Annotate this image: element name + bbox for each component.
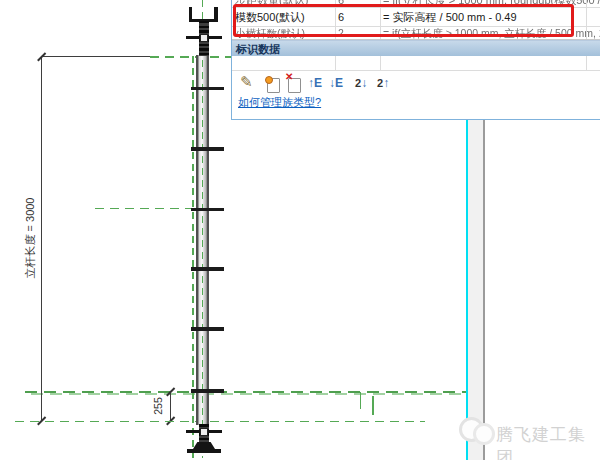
sort-arrow: ↑ (383, 76, 389, 90)
rosette-connector (191, 147, 224, 151)
dimension-label-offset[interactable]: 255 (152, 361, 166, 451)
move-down-icon[interactable]: ↓E (329, 76, 343, 90)
new-badge-icon (265, 76, 273, 84)
edit-pencil-icon[interactable]: ✎ (240, 73, 253, 91)
reference-plane-end-tick (360, 392, 362, 409)
sort-ascending-icon[interactable]: 2↓ (355, 76, 367, 90)
column-divider (586, 0, 587, 39)
identity-data-header[interactable]: 标识数据 (232, 40, 600, 57)
reference-plane-top[interactable] (150, 56, 231, 58)
rosette-connector (191, 389, 224, 393)
base-plate (187, 449, 221, 453)
watermark-text: 腾飞建工集团 (496, 423, 600, 460)
delete-type-icon[interactable]: ✕ (288, 78, 301, 93)
delete-x-icon: ✕ (285, 71, 293, 82)
rosette-connector (191, 267, 224, 271)
move-up-icon[interactable]: ↑E (308, 76, 322, 90)
reference-plane-lower-shadow (31, 393, 466, 395)
sort-arrow: ↓ (361, 76, 367, 90)
reference-plane-end-tick (372, 396, 374, 415)
new-type-icon[interactable] (267, 78, 280, 93)
rosette-connector (191, 327, 224, 331)
column-divider (380, 56, 381, 70)
column-divider (586, 56, 587, 70)
dimension-extension-line (41, 56, 150, 57)
wall-face[interactable] (468, 119, 483, 460)
rosette-connector (191, 208, 224, 212)
manage-family-types-link[interactable]: 如何管理族类型? (238, 95, 321, 110)
column-divider (335, 56, 336, 70)
reference-plane-left-vertical[interactable] (192, 56, 194, 458)
top-adjusting-nut (200, 34, 208, 42)
watermark-logo-circle (473, 423, 495, 445)
reference-plane-bottom[interactable] (15, 421, 425, 423)
base-adjusting-nut (200, 428, 208, 436)
red-highlight-box (233, 4, 574, 37)
wall-edge-line (483, 119, 485, 460)
sort-descending-icon[interactable]: 2↑ (377, 76, 389, 90)
revit-canvas: 立杆长度 = 3000 255 腾飞建工集团 步距数量(默认) 6 (0, 0, 600, 460)
dimension-label-main[interactable]: 立杆长度 = 3000 (23, 183, 37, 293)
dimension-line-main[interactable] (41, 57, 42, 422)
dimension-line-offset[interactable] (170, 392, 171, 421)
reference-plane-mid[interactable] (95, 208, 202, 210)
rosette-connector (191, 87, 224, 91)
